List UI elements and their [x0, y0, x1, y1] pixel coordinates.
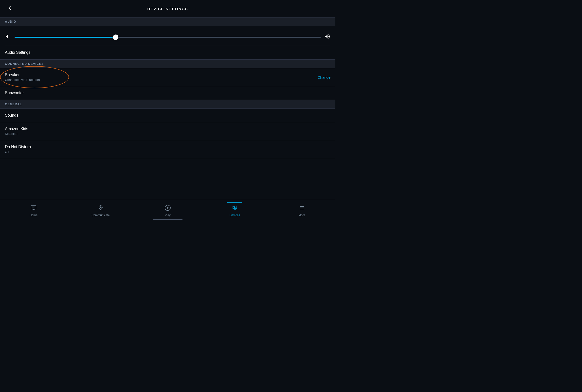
nav-more-label: More [298, 214, 305, 217]
volume-max-icon [324, 34, 330, 41]
svg-rect-1 [32, 206, 35, 207]
nav-home-label: Home [30, 214, 38, 217]
subwoofer-item[interactable]: Subwoofer [0, 86, 336, 100]
volume-mute-icon [5, 34, 11, 41]
page-title: DEVICE SETTINGS [147, 7, 188, 11]
speaker-change-button[interactable]: Change [318, 75, 330, 80]
play-icon [165, 205, 171, 212]
nav-play[interactable]: Play [134, 202, 201, 220]
nav-devices[interactable]: Devices [201, 202, 268, 220]
slider-thumb[interactable] [113, 34, 118, 40]
svg-rect-3 [32, 209, 34, 210]
connected-devices-section-header: CONNECTED DEVICES [0, 60, 336, 68]
nav-devices-label: Devices [230, 214, 240, 217]
more-icon [299, 205, 305, 212]
slider-track [14, 37, 321, 38]
general-section-header: GENERAL [0, 100, 336, 109]
devices-icon [232, 205, 238, 212]
sounds-item[interactable]: Sounds [0, 109, 336, 122]
slider-fill [14, 37, 116, 38]
back-button[interactable] [8, 6, 12, 12]
home-indicator [153, 219, 182, 220]
home-icon [30, 205, 36, 212]
amazon-kids-item[interactable]: Amazon Kids Disabled [0, 122, 336, 140]
audio-settings-item[interactable]: Audio Settings [0, 46, 336, 60]
header: DEVICE SETTINGS [0, 0, 336, 17]
communicate-icon [98, 205, 104, 212]
audio-volume-section [0, 26, 336, 46]
svg-rect-10 [300, 208, 304, 208]
svg-rect-0 [31, 206, 36, 209]
volume-slider[interactable] [14, 35, 321, 40]
content-area: AUDIO [0, 17, 336, 200]
svg-rect-11 [300, 209, 304, 209]
nav-more[interactable]: More [268, 202, 336, 220]
nav-play-label: Play [165, 214, 170, 217]
bottom-nav: Home Communicate Play [0, 200, 336, 222]
svg-marker-7 [167, 207, 169, 209]
nav-communicate[interactable]: Communicate [67, 202, 134, 220]
nav-communicate-label: Communicate [92, 214, 110, 217]
nav-home[interactable]: Home [0, 202, 67, 220]
svg-point-8 [234, 206, 236, 208]
volume-row [5, 31, 330, 46]
speaker-item[interactable]: Speaker Connected via Bluetooth Change [0, 68, 336, 86]
svg-point-5 [100, 206, 102, 208]
svg-rect-9 [300, 206, 304, 207]
audio-section-header: AUDIO [0, 17, 336, 26]
svg-rect-2 [32, 208, 34, 208]
do-not-disturb-item[interactable]: Do Not Disturb Off [0, 140, 336, 158]
